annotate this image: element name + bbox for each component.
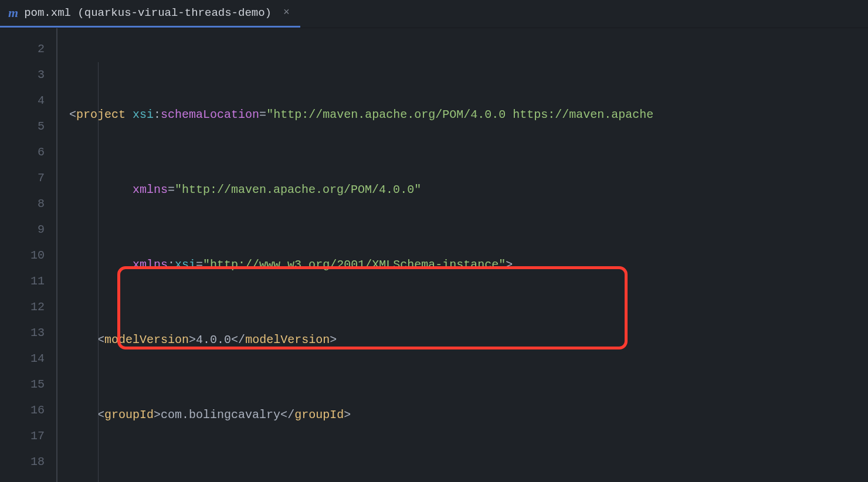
line-number: 16 <box>0 398 45 423</box>
line-number: 4 <box>0 88 45 114</box>
line-number: 14 <box>0 346 45 372</box>
indent-guide <box>98 62 99 482</box>
line-number-gutter: 2 3 4 5 6 7 8 9 10 11 12 13 14 15 16 17 … <box>0 28 56 482</box>
code-line: <groupId>com.bolingcavalry</groupId> <box>69 402 868 428</box>
gutter-divider <box>56 28 57 482</box>
maven-icon: m <box>8 4 18 22</box>
line-number: 12 <box>0 294 45 320</box>
code-area[interactable]: <project xsi:schemaLocation="http://mave… <box>69 28 868 482</box>
line-number: 17 <box>0 423 45 449</box>
editor[interactable]: 2 3 4 5 6 7 8 9 10 11 12 13 14 15 16 17 … <box>0 28 868 482</box>
line-number: 6 <box>0 140 45 165</box>
line-number: 3 <box>0 62 45 88</box>
tab-bar: m pom.xml (quarkus-virual-threads-demo) … <box>0 0 868 28</box>
tab-pom-xml[interactable]: m pom.xml (quarkus-virual-threads-demo) … <box>0 0 300 28</box>
close-icon[interactable]: × <box>283 5 290 20</box>
line-number: 15 <box>0 372 45 398</box>
line-number: 8 <box>0 191 45 217</box>
line-number: 13 <box>0 320 45 346</box>
line-number: 10 <box>0 243 45 269</box>
code-line: <project xsi:schemaLocation="http://mave… <box>69 102 868 128</box>
tab-title: pom.xml (quarkus-virual-threads-demo) <box>24 5 272 21</box>
code-line: <artifactId>quarkus-virual-threads-demo<… <box>69 477 868 482</box>
code-line: xmlns="http://maven.apache.org/POM/4.0.0… <box>69 177 868 203</box>
line-number: 11 <box>0 269 45 294</box>
line-number: 9 <box>0 217 45 243</box>
line-number: 18 <box>0 449 45 475</box>
code-line: <modelVersion>4.0.0</modelVersion> <box>69 327 868 353</box>
code-line: xmlns:xsi="http://www.w3.org/2001/XMLSch… <box>69 252 868 278</box>
line-number: 7 <box>0 165 45 191</box>
line-number: 5 <box>0 114 45 140</box>
line-number: 2 <box>0 36 45 62</box>
